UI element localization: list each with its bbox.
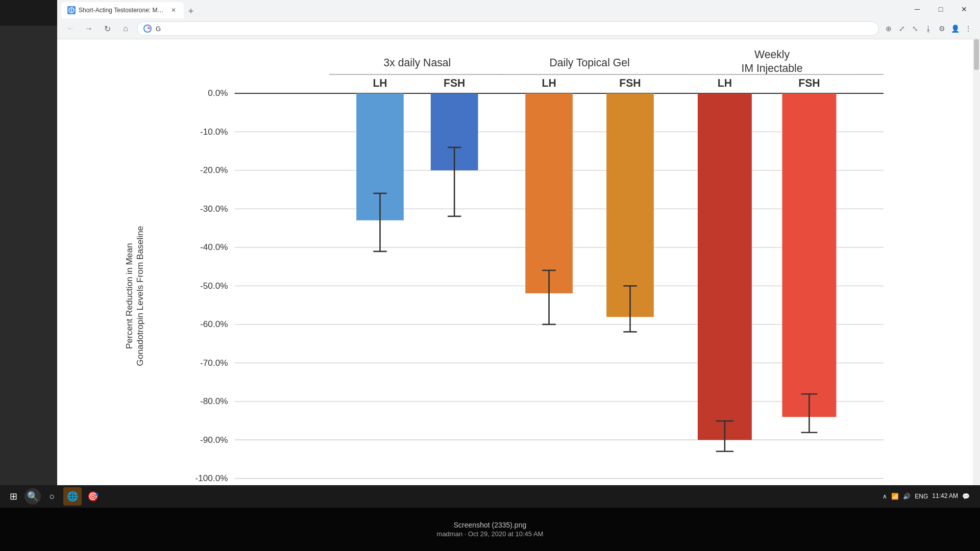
address-text: G: [156, 25, 872, 33]
extension-icons: ⊕ ⤢ ⤡ ⭳ ⚙ 👤 ⋮: [883, 23, 974, 34]
group3-title-line1: Weekly: [754, 48, 790, 61]
network-icon[interactable]: 📶: [891, 493, 899, 500]
volume-icon[interactable]: 🔊: [903, 493, 911, 500]
group3-fsh-bar: [782, 93, 836, 417]
group3-lh-bar: [698, 93, 752, 440]
screenshot-filename: Screenshot (2335).png: [454, 521, 526, 529]
taskbar-time[interactable]: 11:42 AM: [932, 492, 958, 500]
bar-chart: Percent Reduction in Mean Gonadotropin L…: [57, 39, 980, 485]
scrollbar-thumb[interactable]: [974, 39, 979, 70]
page-content: Percent Reduction in Mean Gonadotropin L…: [57, 39, 980, 485]
app-taskbar-button[interactable]: 🎯: [84, 487, 102, 506]
browser-taskbar-button[interactable]: 🌐: [63, 487, 82, 506]
windows-taskbar: ⊞ 🔍 ○ 🌐 🎯 ∧ 📶 🔊 ENG 11:42 AM 💬: [0, 485, 980, 508]
maximize-button[interactable]: □: [929, 0, 952, 18]
y-tick-70: -70.0%: [200, 358, 228, 368]
group1-fsh-label: FSH: [444, 77, 465, 89]
start-button[interactable]: ⊞: [4, 487, 22, 506]
y-tick-40: -40.0%: [200, 242, 228, 252]
tab-favicon: [67, 6, 76, 14]
group1-title: 3x daily Nasal: [383, 57, 451, 69]
language-indicator[interactable]: ENG: [915, 493, 928, 500]
taskbar-expand-icon[interactable]: ∧: [883, 493, 887, 500]
group2-fsh-label: FSH: [619, 77, 641, 89]
forward-button[interactable]: →: [82, 21, 96, 36]
group3-fsh-label: FSH: [798, 77, 820, 89]
omnibar: ← → ↻ ⌂ G ⊕ ⤢ ⤡ ⭳ ⚙ 👤 ⋮: [57, 18, 980, 39]
y-tick-90: -90.0%: [200, 435, 228, 445]
share-icon[interactable]: ⤢: [896, 23, 908, 34]
browser-window: Short-Acting Testosterone: More... ✕ + ─…: [57, 0, 980, 485]
y-tick-80: -80.0%: [200, 396, 228, 406]
group2-lh-bar: [525, 93, 573, 293]
group3-title-line2: IM Injectable: [742, 62, 803, 74]
fullscreen-icon[interactable]: ⤡: [910, 23, 921, 34]
time-display: 11:42 AM: [932, 492, 958, 500]
group2-title: Daily Topical Gel: [549, 57, 629, 69]
tab-title: Short-Acting Testosterone: More...: [79, 7, 166, 14]
y-axis-label-2: Gonadotropin Levels From Baseline: [135, 226, 145, 366]
group2-lh-label: LH: [542, 77, 556, 89]
taskbar-right: ∧ 📶 🔊 ENG 11:42 AM 💬: [883, 492, 976, 500]
profile-icon[interactable]: 👤: [949, 23, 961, 34]
close-button[interactable]: ✕: [952, 0, 976, 18]
cortana-button[interactable]: ○: [43, 487, 61, 506]
google-icon: [143, 24, 152, 33]
home-button[interactable]: ⌂: [118, 21, 133, 36]
notification-icon[interactable]: 💬: [962, 493, 970, 500]
y-tick-0: 0.0%: [208, 88, 228, 98]
download-icon[interactable]: ⭳: [923, 23, 934, 34]
back-button[interactable]: ←: [63, 21, 78, 36]
window-controls: ─ □ ✕: [905, 0, 976, 18]
scrollbar[interactable]: [973, 39, 980, 485]
y-tick-100: -100.0%: [195, 473, 228, 483]
browser-chrome: Short-Acting Testosterone: More... ✕ + ─…: [57, 0, 980, 39]
group1-lh-label: LH: [373, 77, 387, 89]
search-button[interactable]: 🔍: [24, 488, 41, 505]
minimize-button[interactable]: ─: [905, 0, 929, 18]
y-tick-60: -60.0%: [200, 319, 228, 329]
screenshot-bar: Screenshot (2335).png madman · Oct 29, 2…: [0, 508, 980, 551]
zoom-icon[interactable]: ⊕: [883, 23, 894, 34]
screenshot-meta: madman · Oct 29, 2020 at 10:45 AM: [437, 530, 544, 538]
menu-icon[interactable]: ⋮: [963, 23, 974, 34]
tab-bar: Short-Acting Testosterone: More... ✕ + ─…: [57, 0, 980, 18]
y-tick-30: -30.0%: [200, 204, 228, 214]
y-axis-label: Percent Reduction in Mean: [124, 243, 134, 349]
group3-lh-label: LH: [718, 77, 732, 89]
address-bar[interactable]: G: [137, 21, 879, 36]
tab-close-button[interactable]: ✕: [169, 6, 178, 14]
y-tick-20: -20.0%: [200, 165, 228, 175]
extensions-icon[interactable]: ⚙: [936, 23, 947, 34]
group2-fsh-bar: [606, 93, 654, 317]
browser-tab[interactable]: Short-Acting Testosterone: More... ✕: [61, 2, 184, 18]
reload-button[interactable]: ↻: [100, 21, 114, 36]
y-tick-50: -50.0%: [200, 281, 228, 291]
y-tick-10: -10.0%: [200, 127, 228, 137]
new-tab-button[interactable]: +: [184, 4, 198, 18]
